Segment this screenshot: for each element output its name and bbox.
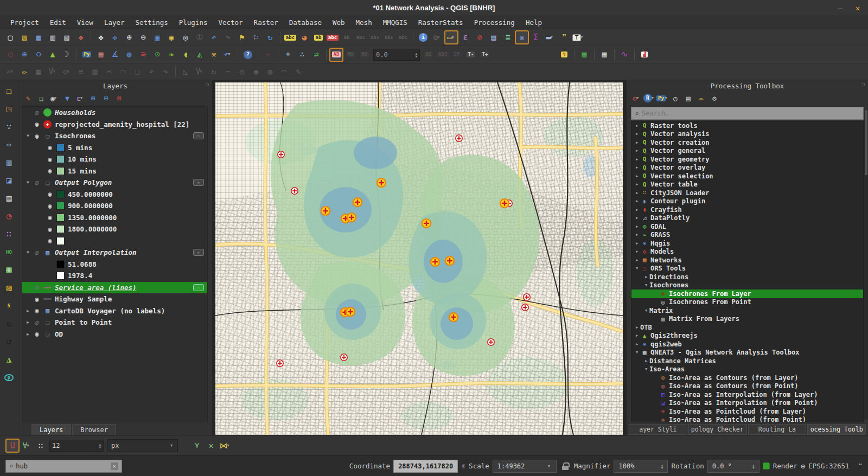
enable-snapping-icon[interactable]: U — [6, 439, 19, 452]
statistical-summary-icon[interactable]: Σ — [529, 31, 542, 44]
toolbox-item[interactable]: ◎Isochrones From Point — [631, 298, 863, 307]
identify-features-icon[interactable]: i — [417, 31, 430, 44]
hospital-marker[interactable] — [524, 294, 530, 300]
toolbox-item[interactable]: ◍Iso-Area as Contours (from Point) — [631, 382, 863, 391]
raster-histogram-icon[interactable]: ▟ — [638, 48, 651, 61]
add-wms-layer-icon[interactable]: ▤ — [2, 192, 16, 205]
toolbox-item-label[interactable]: Qgis2threejs — [650, 332, 698, 339]
expander-icon[interactable]: ▶ — [634, 208, 640, 212]
text-smaller-icon[interactable]: T- — [464, 48, 477, 61]
group-indicator-badge[interactable]: ▭ — [193, 249, 204, 256]
menu-vector[interactable]: Vector — [213, 17, 247, 28]
toolbox-item[interactable]: ◉Isochrones From Layer — [631, 290, 863, 298]
datasource-manager-icon[interactable]: ◳ — [2, 102, 16, 115]
toolbox-item-label[interactable]: GRASS — [650, 231, 670, 239]
layer-item[interactable]: ▶◉▦CartoDB Voyager (no labels) — [22, 305, 207, 317]
close-button[interactable]: ✕ — [853, 4, 863, 12]
attribute-reload-icon[interactable]: ⇄ — [310, 48, 323, 61]
layer-item[interactable]: øHouseholds — [22, 107, 207, 119]
toolbox-item[interactable]: ▶OTB — [631, 323, 863, 332]
toolbox-item-label[interactable]: Contour plugin — [650, 197, 705, 205]
snap-intersection-icon[interactable]: ✕ — [205, 439, 218, 452]
expander-icon[interactable]: ▼ — [643, 367, 649, 371]
rotate-plugin-icon[interactable]: ↺ — [2, 335, 16, 348]
quickmap-services-icon[interactable]: ▨ — [2, 281, 16, 294]
mmqgis-globe-icon[interactable]: ⊕ — [18, 48, 31, 61]
new-project-icon[interactable]: ▢ — [4, 31, 17, 44]
visibility-eye-icon[interactable]: ◉ — [44, 214, 55, 221]
expander-icon[interactable]: ▶ — [643, 275, 649, 279]
snap-tolerance-dots-icon[interactable]: ∷ — [34, 439, 47, 452]
profile-curves-icon[interactable]: ∿ — [618, 48, 631, 61]
visibility-eye-icon[interactable]: ◉ — [31, 120, 42, 128]
map-canvas[interactable] — [215, 82, 623, 435]
contour-plugin-icon[interactable]: ◖ — [179, 48, 192, 61]
spin-arrows-icon[interactable]: ▲▼ — [99, 443, 101, 448]
angle-spinbox-spinbox[interactable]: 0.0▲▼ — [373, 49, 420, 61]
toolbox-item[interactable]: ▶▲Qgis2threejs — [631, 332, 863, 340]
save-project-icon[interactable]: ▦ — [32, 31, 45, 44]
visibility-eye-icon[interactable]: ◉ — [44, 144, 55, 151]
select-by-expression-icon[interactable]: ε — [459, 31, 472, 44]
search-layers-icon[interactable]: ⊙ — [151, 48, 164, 61]
qgis2threejs-icon[interactable]: ▲ — [46, 48, 59, 61]
toolbox-item[interactable]: ▶◖Crayfish — [631, 205, 863, 214]
letter-s-plugin-icon[interactable]: S — [2, 299, 16, 312]
toggle-editing-icon[interactable]: ✏ — [18, 65, 31, 78]
expander-icon[interactable]: ▶ — [634, 241, 640, 246]
new-spatial-bookmark-icon[interactable]: ⚑ — [235, 31, 248, 44]
toolbox-item[interactable]: ▶❋Hqgis — [631, 239, 863, 248]
visibility-eye-icon[interactable]: ◉ — [44, 190, 55, 198]
expander-icon[interactable]: ▶ — [24, 308, 31, 313]
menu-database[interactable]: Database — [284, 17, 327, 28]
add-spatialite-layer-icon[interactable]: ✑ — [2, 138, 16, 151]
expander-icon[interactable]: ▶ — [634, 342, 640, 346]
layer-label[interactable]: 10 mins — [68, 155, 97, 163]
menu-layer[interactable]: Layer — [99, 17, 130, 28]
hqgis-icon[interactable]: HQ — [2, 246, 16, 259]
toolbox-item-label[interactable]: CityJSON Loader — [650, 189, 709, 197]
visibility-eye-icon[interactable]: ◉ — [44, 226, 55, 233]
render-checkbox[interactable] — [763, 462, 770, 469]
layer-diagrams-icon[interactable]: ◕ — [298, 31, 311, 44]
toolbox-item-label[interactable]: Vector selection — [650, 172, 713, 180]
terrain-profile-icon[interactable]: ◭ — [193, 48, 206, 61]
add-postgis-layer-icon[interactable]: ▥ — [2, 156, 16, 169]
layer-item[interactable]: ◉900.0000000 — [22, 200, 207, 212]
menu-project[interactable]: Project — [5, 17, 44, 28]
label-highlight-icon[interactable]: abc — [326, 31, 339, 44]
cluster-hospital-marker[interactable] — [422, 219, 431, 228]
toolbox-item-label[interactable]: Isochrones — [649, 281, 688, 289]
layer-item[interactable]: ◉15 mins — [22, 165, 207, 177]
toolbox-item[interactable]: ▶⚙Models — [631, 248, 863, 256]
expander-icon[interactable]: ▶ — [634, 224, 640, 229]
cluster-hospital-marker[interactable] — [449, 313, 458, 321]
cluster-hospital-marker[interactable] — [347, 213, 356, 222]
toolbox-item[interactable]: ▼◌ORS Tools — [631, 265, 863, 273]
toolbox-item[interactable]: ▶❧GRASS — [631, 231, 863, 240]
toolbox-item-label[interactable]: Isochrones From Point — [669, 298, 751, 306]
open-attribute-table-icon[interactable]: ▤ — [487, 31, 500, 44]
sld4raster-icon[interactable]: ▦ — [578, 48, 591, 61]
crayfish-menu-icon[interactable]: ◔ — [2, 210, 16, 223]
toolbox-item[interactable]: ▶QRaster tools — [631, 121, 863, 130]
topological-editing-icon[interactable]: ⋎ — [190, 439, 203, 452]
toolbox-item-label[interactable]: Iso-Area as Contours (from Point) — [669, 382, 798, 390]
expander-icon[interactable]: ▶ — [634, 199, 640, 203]
spin-arrows-icon[interactable]: ▲▼ — [661, 464, 663, 469]
scale-combo[interactable]: 1:49362▼ — [493, 460, 557, 473]
coordinate-input[interactable]: 288743,1617820 — [393, 460, 458, 473]
layer-item[interactable]: ◉10 mins — [22, 153, 207, 165]
toolbox-item[interactable]: ◪Iso-Area as Interpolation (from Point) — [631, 399, 863, 408]
snap-tolerance-spinbox[interactable]: 12 ▲▼ — [49, 440, 104, 452]
toolbox-item-label[interactable]: Iso-Area as Contours (from Layer) — [669, 374, 798, 382]
zoom-to-selection-icon[interactable]: ◉ — [165, 31, 178, 44]
layer-label[interactable]: Households — [55, 108, 95, 117]
layer-label[interactable]: reprojected_amenity_hospital [22] — [55, 120, 189, 128]
add-delimited-layer-icon[interactable]: ∵ — [2, 120, 16, 133]
toolbox-item-label[interactable]: QNEAT3 - Qgis Network Analysis Toolbox — [650, 349, 800, 356]
menu-view[interactable]: View — [72, 17, 98, 28]
pan-map-icon[interactable]: ✥ — [94, 31, 107, 44]
toolbox-item[interactable]: ▶QVector creation — [631, 138, 863, 147]
group-indicator-badge[interactable]: ▭ — [193, 132, 204, 139]
